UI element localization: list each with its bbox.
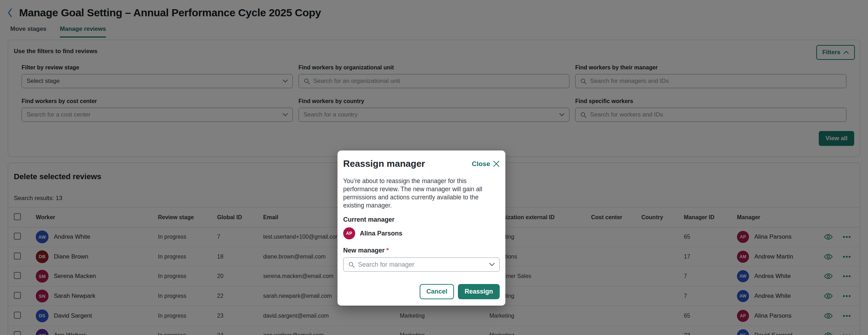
close-button[interactable]: Close <box>472 160 500 168</box>
current-manager-row: AP Alina Parsons <box>343 227 500 239</box>
dialog-description: You’re about to reassign the manager for… <box>343 177 500 210</box>
new-manager-label-text: New manager <box>343 247 385 254</box>
search-icon <box>348 261 355 268</box>
chevron-down-icon[interactable] <box>489 263 495 266</box>
current-manager-label: Current manager <box>343 216 500 223</box>
search-placeholder: Search for manager <box>358 261 486 268</box>
reassign-button[interactable]: Reassign <box>458 284 500 299</box>
new-manager-label: New manager * <box>343 247 500 254</box>
reassign-manager-dialog: Reassign manager Close You’re about to r… <box>337 151 505 306</box>
cancel-button[interactable]: Cancel <box>420 284 454 299</box>
required-asterisk: * <box>386 247 389 254</box>
new-manager-search-input[interactable]: Search for manager <box>343 257 500 272</box>
close-icon <box>493 160 500 167</box>
dialog-title: Reassign manager <box>343 158 425 169</box>
current-manager-avatar: AP <box>343 227 355 239</box>
current-manager-name: Alina Parsons <box>360 230 402 237</box>
close-label: Close <box>472 160 490 168</box>
